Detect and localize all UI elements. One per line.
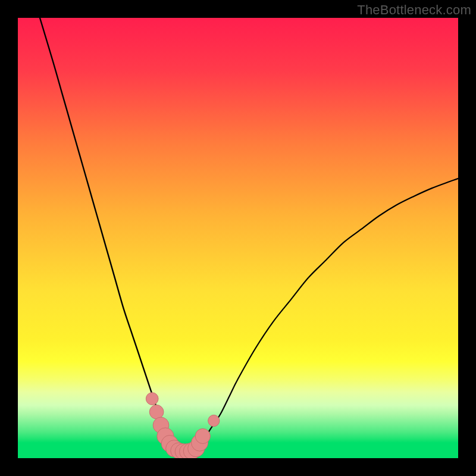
chart-canvas [18, 18, 458, 458]
valley-marker [195, 428, 210, 443]
attribution-label: TheBottleneck.com [357, 2, 471, 18]
valley-marker [149, 405, 164, 419]
valley-marker [208, 415, 220, 426]
gradient-background [18, 18, 458, 458]
bottleneck-chart [18, 18, 458, 458]
valley-marker [146, 393, 158, 405]
